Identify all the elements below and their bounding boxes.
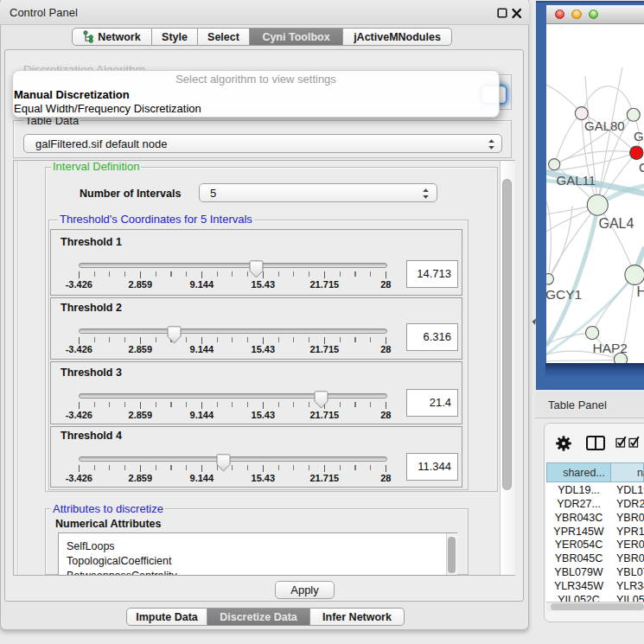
svg-text:HA: HA [636,284,644,298]
svg-text:HAP2: HAP2 [592,340,628,354]
svg-text:CY: CY [639,160,644,175]
svg-text:GAL80: GAL80 [584,118,625,133]
svg-text:GAL2: GAL2 [634,129,644,143]
svg-text:GAL11: GAL11 [556,172,596,187]
svg-text:GCY1: GCY1 [546,286,582,301]
svg-text:GAL4: GAL4 [598,215,634,230]
